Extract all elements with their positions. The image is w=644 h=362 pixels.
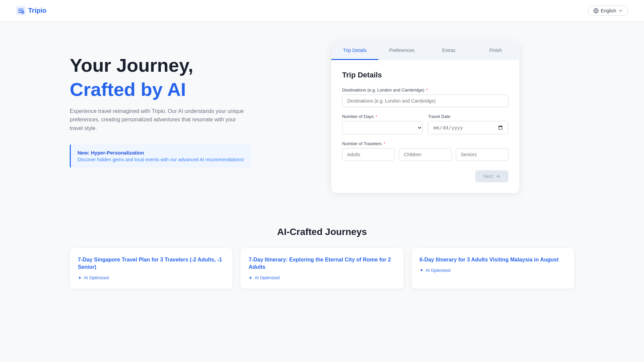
highlight-desc: Discover hidden gems and local events wi… [77,157,244,162]
ai-badge-1: ✦ AI Optimized [249,275,395,281]
tab-finish[interactable]: Finish [472,42,519,60]
travelers-required: * [383,141,385,146]
ai-icon-1: ✦ [249,275,253,281]
journey-card-1: 7-Day Itinerary: Exploring the Eternal C… [240,248,403,289]
header: Tripio English [0,0,644,21]
destinations-label: Destinations (e.g. London and Cambridge)… [342,87,508,93]
left-panel: Your Journey, Crafted by AI Experience t… [70,42,305,193]
adults-input[interactable] [342,148,395,161]
hero-title-line2: Crafted by AI [70,78,305,100]
main-content: Your Journey, Crafted by AI Experience t… [54,21,590,213]
travelers-inputs [342,148,508,161]
arrow-right-icon [495,174,500,179]
highlight-title: New: Hyper-Personalization [77,150,244,156]
journey-cards: 7-Day Singapore Travel Plan for 3 Travel… [70,248,574,289]
days-label: Number of Days * [342,114,423,119]
language-label: English [601,8,616,13]
tabs: Trip Details Preferences Extras Finish [331,42,519,60]
ai-icon-0: ✦ [78,275,82,281]
trip-card: Trip Details Preferences Extras Finish T… [331,42,519,193]
logo-icon [16,6,25,15]
ai-icon-2: ✦ [420,267,424,273]
highlight-card: New: Hyper-Personalization Discover hidd… [70,144,251,168]
journey-card-title-1: 7-Day Itinerary: Exploring the Eternal C… [249,256,395,271]
journey-card-0: 7-Day Singapore Travel Plan for 3 Travel… [70,248,232,289]
logo[interactable]: Tripio [16,6,46,15]
journeys-section-title: AI-Crafted Journeys [70,227,574,237]
language-selector[interactable]: English [588,6,628,16]
form-actions: Next [342,170,508,182]
destinations-input[interactable] [342,95,508,107]
tab-preferences[interactable]: Preferences [378,42,425,60]
form-title: Trip Details [342,71,508,79]
destinations-group: Destinations (e.g. London and Cambridge)… [342,87,508,107]
bottom-section: AI-Crafted Journeys 7-Day Singapore Trav… [54,213,590,309]
destinations-required: * [426,87,428,93]
tab-trip-details[interactable]: Trip Details [331,42,378,60]
journey-card-title-0: 7-Day Singapore Travel Plan for 3 Travel… [78,256,224,271]
travel-date-group: Travel Date [428,114,508,134]
next-button[interactable]: Next [475,170,508,182]
travel-date-label: Travel Date [428,114,508,119]
children-input[interactable] [399,148,451,161]
travelers-group: Number of Travelers * [342,141,508,161]
ai-badge-2: ✦ AI Optimized [420,267,566,273]
seniors-input[interactable] [456,148,508,161]
journey-card-title-2: 6-Day Itinerary for 3 Adults Visiting Ma… [420,256,566,263]
tab-extras[interactable]: Extras [425,42,472,60]
hero-subtitle: Experience travel reimagined with Tripio… [70,107,244,133]
form-content: Trip Details Destinations (e.g. London a… [331,60,519,193]
days-select[interactable]: 1 2 3 4 5 6 7 10 14 [342,121,423,134]
travelers-label: Number of Travelers * [342,141,508,146]
days-date-row: Number of Days * 1 2 3 4 5 6 7 10 [342,114,508,141]
hero-title-line1: Your Journey, [70,55,305,76]
ai-badge-0: ✦ AI Optimized [78,275,224,281]
chevron-down-icon [618,8,623,13]
days-group: Number of Days * 1 2 3 4 5 6 7 10 [342,114,423,134]
days-required: * [376,114,377,119]
travel-date-input[interactable] [428,121,508,134]
right-panel: Trip Details Preferences Extras Finish T… [331,42,519,193]
journey-card-2: 6-Day Itinerary for 3 Adults Visiting Ma… [412,248,574,289]
logo-text: Tripio [28,7,46,14]
globe-icon [593,8,599,13]
